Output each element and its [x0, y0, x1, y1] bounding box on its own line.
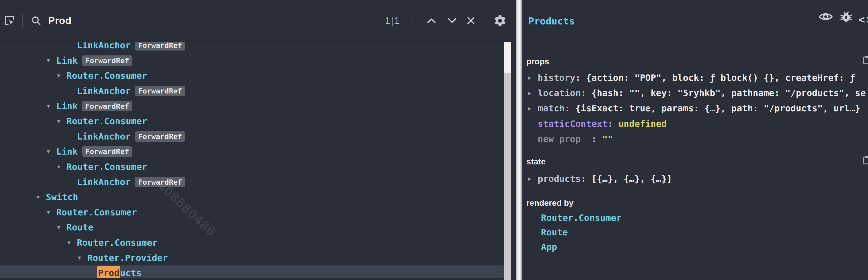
expand-arrow[interactable]: ▶ [528, 90, 538, 96]
key-name: new prop [538, 134, 581, 144]
tree-scrollbar[interactable] [504, 42, 512, 280]
expand-arrow[interactable]: ▾ [67, 240, 77, 246]
component-name: Router.Consumer [66, 70, 147, 81]
component-name: Router.Consumer [66, 116, 147, 127]
expand-arrow[interactable]: ▾ [57, 118, 66, 125]
component-name: Router.Provider [87, 253, 168, 263]
tree-row-router-provider[interactable]: ▾Router.Provider [0, 250, 504, 266]
key-value-separator: : [564, 103, 575, 113]
component-name: LinkAnchor [77, 42, 131, 50]
tree-row-linkanchor[interactable]: LinkAnchorForwardRef [0, 174, 504, 189]
rendered-by-section-label: rendered by [526, 198, 574, 208]
key-name: products [538, 174, 581, 184]
component-name: Router.Consumer [56, 207, 137, 217]
gear-icon [494, 14, 507, 27]
search-input[interactable]: Prod [48, 0, 142, 41]
forwardref-badge: ForwardRef [82, 101, 133, 111]
props-section-label: props [526, 57, 549, 66]
key-name: history [538, 73, 575, 83]
section-divider [522, 191, 868, 191]
tree-row-router-consumer[interactable]: ▾Router.Consumer [0, 159, 504, 175]
tree-row-router-consumer[interactable]: ▾Router.Consumer [0, 235, 504, 250]
tree-row-router-consumer[interactable]: ▾Router.Consumer [0, 114, 504, 129]
settings-button[interactable] [490, 0, 510, 41]
inspect-element-button[interactable] [1, 0, 18, 41]
chevron-up-icon [427, 18, 436, 24]
copy-state-button[interactable] [863, 155, 868, 165]
key-value-separator: : [608, 118, 618, 129]
expand-arrow[interactable]: ▾ [57, 224, 66, 231]
kv-row-history: ▶history: {action: "POP", block: ƒ block… [522, 70, 868, 85]
previous-match-button[interactable] [421, 0, 442, 41]
component-name: LinkAnchor [77, 177, 131, 187]
component-name: LinkAnchor [77, 131, 131, 142]
tree-row-route[interactable]: ▾Route [0, 220, 504, 235]
key-value-separator: : [581, 174, 591, 184]
key-value-separator: : [581, 88, 591, 98]
value[interactable]: {action: "POP", block: ƒ block() {}, cre… [586, 73, 855, 83]
props-rows: ▶history: {action: "POP", block: ƒ block… [522, 70, 868, 147]
tree-row-linkanchor[interactable]: LinkAnchorForwardRef [0, 129, 504, 144]
debug-log-button[interactable] [840, 10, 852, 23]
forwardref-badge: ForwardRef [135, 42, 186, 50]
tree-row-switch[interactable]: ▾Switch [0, 189, 504, 205]
tree-scrollbar-thumb[interactable] [504, 73, 512, 280]
tree-row-linkanchor[interactable]: LinkAnchorForwardRef [0, 42, 504, 53]
tree-row-link[interactable]: ▾LinkForwardRef [0, 98, 504, 114]
next-match-button[interactable] [441, 0, 463, 41]
tree-row-link[interactable]: ▾LinkForwardRef [0, 53, 504, 68]
tree-row-link[interactable]: ▾LinkForwardRef [0, 144, 504, 159]
react-devtools-components-panel: { "colors":{"background":"#2a2e38","acce… [0, 0, 868, 280]
component-name: Route [66, 222, 93, 233]
tree-row-router-consumer[interactable]: ▾Router.Consumer [0, 205, 504, 220]
chevron-down-icon [447, 18, 457, 24]
kv-row-match: ▶match: {isExact: true, params: {…}, pat… [522, 101, 868, 116]
rendered-by-router-consumer[interactable]: Router.Consumer [522, 210, 622, 225]
expand-arrow[interactable]: ▾ [47, 57, 56, 64]
view-source-button[interactable]: <> [858, 13, 868, 26]
eye-icon [818, 11, 833, 22]
kv-row-products: ▶products: [{…}, {…}, {…}] [522, 171, 868, 186]
key-value-separator: : [575, 73, 586, 83]
value[interactable]: {hash: "", key: "5ryhkb", pathname: "/pr… [591, 88, 866, 98]
expand-arrow[interactable]: ▾ [36, 194, 46, 200]
expand-arrow[interactable]: ▾ [47, 209, 56, 215]
expand-arrow[interactable]: ▶ [528, 105, 538, 111]
component-name: Router.Consumer [77, 238, 157, 248]
inspected-element-panel: Products <> props ▶history: {action: "PO… [522, 0, 868, 280]
component-name: Link [56, 101, 78, 111]
clipboard-icon [863, 155, 868, 165]
value[interactable]: {isExact: true, params: {…}, path: "/pro… [575, 103, 861, 113]
expand-arrow[interactable]: ▾ [78, 255, 87, 261]
expand-arrow[interactable]: ▶ [528, 176, 538, 182]
toolbar-divider [411, 13, 411, 28]
forwardref-badge: ForwardRef [135, 131, 186, 142]
forwardref-badge: ForwardRef [82, 56, 133, 66]
expand-arrow[interactable]: ▶ [528, 75, 538, 80]
kv-row-staticContext: staticContext: undefined [522, 116, 868, 131]
rendered-by-app[interactable]: App [522, 240, 622, 254]
search-value: Prod [48, 15, 72, 26]
tree-row-linkanchor[interactable]: LinkAnchorForwardRef [0, 83, 504, 99]
expand-arrow[interactable]: ▾ [57, 73, 66, 79]
inspect-element-icon [3, 14, 16, 27]
expand-arrow[interactable]: ▾ [47, 103, 56, 109]
tree-row-router-consumer[interactable]: ▾Router.Consumer [0, 68, 504, 83]
component-name: Products [98, 268, 142, 278]
component-name: LinkAnchor [77, 86, 131, 96]
copy-props-button[interactable] [863, 56, 868, 65]
key-name: staticContext [538, 118, 608, 129]
component-name: Link [56, 56, 78, 66]
tree-row-products[interactable]: Products [0, 266, 504, 280]
expand-arrow[interactable]: ▾ [57, 164, 66, 170]
value[interactable]: "" [602, 134, 613, 144]
inspect-dom-element-button[interactable] [818, 11, 833, 22]
panel-splitter[interactable] [516, 0, 522, 280]
code-brackets-icon: <> [858, 13, 868, 26]
rendered-by-route[interactable]: Route [522, 225, 622, 240]
key-name: location [538, 88, 581, 98]
value[interactable]: undefined [618, 118, 667, 129]
expand-arrow[interactable]: ▾ [47, 148, 56, 155]
value[interactable]: [{…}, {…}, {…}] [591, 174, 672, 184]
clear-search-button[interactable] [460, 0, 482, 41]
